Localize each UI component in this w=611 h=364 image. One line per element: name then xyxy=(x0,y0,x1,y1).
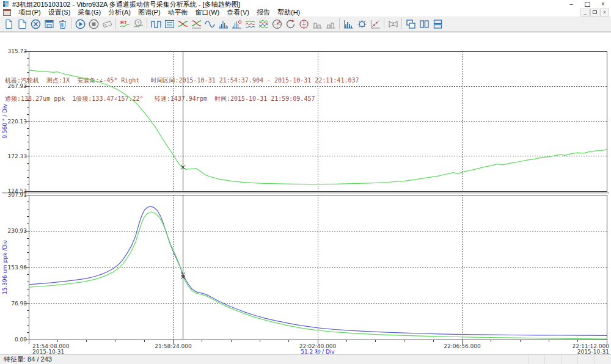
tile-vertical-button[interactable] xyxy=(417,17,431,31)
menubar: 项目(P)设置(S)采集(G)分析(A)图谱(P)动平衡窗口(W)查看(V)报告… xyxy=(0,9,611,16)
trend-cross-button[interactable] xyxy=(176,17,189,31)
menu-item-report[interactable]: 报告 xyxy=(253,8,274,17)
menu-items: 项目(P)设置(S)采集(G)分析(A)图谱(P)动平衡窗口(W)查看(V)报告… xyxy=(15,8,304,17)
toolbar: RT xyxy=(0,16,611,32)
tile-horizontal-button[interactable] xyxy=(431,17,444,31)
svg-text:315.73: 315.73 xyxy=(8,48,27,54)
menu-item-view[interactable]: 查看(V) xyxy=(223,8,253,17)
mdi-child-icon xyxy=(3,9,11,16)
toolbar-separator xyxy=(384,18,384,29)
app-icon xyxy=(3,1,9,7)
svg-text:2015-10-31: 2015-10-31 xyxy=(32,349,64,354)
trash-button[interactable] xyxy=(56,17,69,31)
menu-item-settings[interactable]: 设置(S) xyxy=(45,8,75,17)
statusbar-cell xyxy=(528,355,545,364)
toolbar-separator xyxy=(71,18,71,29)
toolbar-separator xyxy=(339,18,340,29)
svg-text:RT: RT xyxy=(120,20,127,25)
application-window: #3机组2015103102 - Vibro932A 多通道振动信号采集分析系统… xyxy=(0,0,611,364)
start-button[interactable] xyxy=(73,17,87,31)
history-clock-button[interactable] xyxy=(131,17,145,31)
statusbar: 特征量: 84 / 243 xyxy=(0,354,611,364)
menu-item-analysis[interactable]: 分析(A) xyxy=(104,8,134,17)
menu-item-balancing[interactable]: 动平衡 xyxy=(164,8,192,17)
phase-circle-button[interactable] xyxy=(297,17,310,31)
svg-text:307.91: 307.91 xyxy=(8,192,27,198)
svg-text:51.2 秒 / Div: 51.2 秒 / Div xyxy=(301,349,335,354)
step-plot2-button[interactable] xyxy=(324,17,337,31)
sine-wave-button[interactable] xyxy=(203,17,216,31)
mdi-window-controls: _ x xyxy=(580,9,609,16)
copy-doc-button[interactable] xyxy=(15,17,29,31)
histogram-button[interactable] xyxy=(342,17,355,31)
square-wave-button[interactable] xyxy=(149,17,163,31)
close-button[interactable]: × xyxy=(595,0,611,9)
statusbar-cell xyxy=(594,355,611,364)
toolbar-separator xyxy=(115,18,116,29)
menu-item-charts[interactable]: 图谱(P) xyxy=(134,8,164,17)
svg-text:172.33: 172.33 xyxy=(8,153,27,159)
svg-text:153.96: 153.96 xyxy=(8,264,27,271)
statusbar-feature-count: 特征量: 84 / 243 xyxy=(4,355,52,363)
list-view-button[interactable] xyxy=(163,17,176,31)
svg-text:220.13: 220.13 xyxy=(8,118,27,125)
svg-text:22:06:56.000: 22:06:56.000 xyxy=(444,343,481,349)
titlebar: #3机组2015103102 - Vibro932A 多通道振动信号采集分析系统… xyxy=(0,0,611,9)
mdi-restore-button[interactable] xyxy=(590,9,599,16)
minimize-button[interactable]: – xyxy=(563,0,579,9)
trend-cross2-button[interactable] xyxy=(189,17,203,31)
svg-text:267.93: 267.93 xyxy=(8,83,27,89)
svg-text:230.93: 230.93 xyxy=(8,228,27,234)
stop-button[interactable] xyxy=(87,17,100,31)
spectrum-circle-button[interactable] xyxy=(230,17,243,31)
trend-chart[interactable]: 315.73267.93220.13172.33124.539.560 ° / … xyxy=(0,46,611,354)
svg-text:21:58:24.000: 21:58:24.000 xyxy=(155,343,192,349)
new-doc-button[interactable] xyxy=(2,17,15,31)
statusbar-cell xyxy=(577,355,595,364)
menu-item-acquisition[interactable]: 采集(G) xyxy=(74,8,104,17)
statusbar-cell xyxy=(544,355,562,364)
mdi-close-button[interactable]: x xyxy=(600,9,609,16)
svg-text:0.00: 0.00 xyxy=(15,337,27,343)
polar-plot-button[interactable] xyxy=(270,17,284,31)
save-view-button[interactable] xyxy=(42,17,56,31)
toolbar-separator xyxy=(147,18,147,29)
mdi-minimize-button[interactable]: _ xyxy=(580,9,590,16)
orbit-plot-button[interactable] xyxy=(284,17,297,31)
gear-button[interactable] xyxy=(355,17,368,31)
realtime-rt-button[interactable]: RT xyxy=(118,17,131,31)
maximize-button[interactable] xyxy=(579,0,595,9)
close-circle-button[interactable] xyxy=(29,17,42,31)
waterfall-button[interactable] xyxy=(386,17,400,31)
toolbar-separator xyxy=(401,18,402,29)
svg-text:9.560 ° / Div: 9.560 ° / Div xyxy=(2,104,8,139)
svg-text:15.396 um ppk /Div: 15.396 um ppk /Div xyxy=(2,239,8,294)
menu-item-window[interactable]: 窗口(W) xyxy=(192,8,224,17)
bode-plot-button[interactable] xyxy=(368,17,382,31)
window-controls: – × xyxy=(563,0,611,9)
spectrum-button[interactable] xyxy=(216,17,230,31)
menu-item-help[interactable]: 帮助(H) xyxy=(274,8,304,17)
statusbar-cell xyxy=(561,355,578,364)
menu-item-project[interactable]: 项目(P) xyxy=(15,8,45,17)
tag-button[interactable] xyxy=(100,17,114,31)
step-plot-button[interactable] xyxy=(310,17,324,31)
cascade-windows-button[interactable] xyxy=(404,17,417,31)
svg-text:2015-10-31: 2015-10-31 xyxy=(577,349,609,354)
multitrace-button[interactable] xyxy=(243,17,257,31)
multitrace2-button[interactable] xyxy=(257,17,270,31)
svg-text:76.98: 76.98 xyxy=(11,300,27,307)
